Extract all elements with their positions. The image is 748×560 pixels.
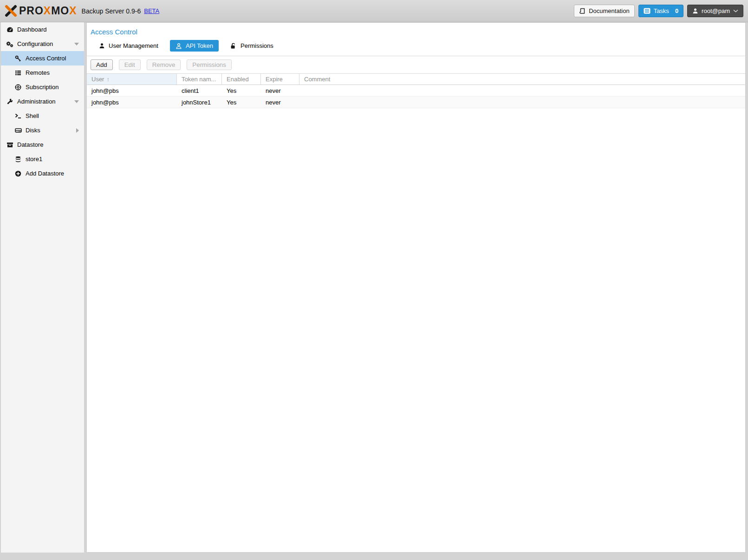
brand-part: X	[44, 5, 51, 17]
column-label: Expire	[266, 76, 283, 83]
cell-enabled: Yes	[222, 99, 261, 106]
documentation-button[interactable]: Documentation	[574, 5, 634, 17]
gauge-icon	[6, 26, 13, 33]
column-label: Comment	[304, 76, 330, 83]
tab-label: User Management	[109, 42, 158, 49]
database-icon	[14, 156, 22, 163]
sidebar-item-administration[interactable]: Administration	[1, 94, 84, 109]
chevron-down-icon	[733, 9, 738, 13]
user-outline-icon	[176, 43, 182, 49]
gears-icon	[6, 41, 13, 47]
cell-expire: never	[261, 87, 299, 94]
tasks-count-badge: 0	[675, 7, 678, 14]
tab-api-token[interactable]: API Token	[170, 40, 219, 52]
terminal-icon	[14, 113, 22, 119]
proxmox-x-icon	[5, 5, 17, 17]
tab-permissions[interactable]: Permissions	[225, 40, 279, 52]
tasks-label: Tasks	[654, 7, 669, 14]
brand-part: MO	[51, 5, 69, 17]
plus-circle-icon	[14, 170, 22, 177]
cell-expire: never	[261, 99, 299, 106]
chevron-down-icon[interactable]	[74, 100, 79, 103]
sidebar-item-label: Configuration	[17, 40, 53, 47]
sidebar-item-label: Subscription	[26, 84, 59, 91]
edit-button[interactable]: Edit	[119, 59, 141, 70]
user-icon	[99, 43, 105, 49]
chevron-right-icon[interactable]	[76, 128, 79, 133]
sidebar-item-label: Shell	[26, 112, 39, 119]
tab-bar: User Management API Token Permissions	[87, 38, 745, 56]
column-label: Token nam...	[182, 76, 216, 83]
table-row[interactable]: john@pbs client1 Yes never	[87, 85, 745, 97]
documentation-label: Documentation	[589, 7, 629, 14]
secondary-sort-icon	[216, 76, 217, 79]
app-header: PROXMOX Backup Server 0.9-6 BETA Documen…	[0, 0, 748, 22]
sidebar-item-datastore[interactable]: Datastore	[1, 137, 84, 152]
cell-token-name: client1	[177, 87, 222, 94]
sidebar-item-configuration[interactable]: Configuration	[1, 37, 84, 51]
tab-label: API Token	[186, 42, 213, 49]
proxmox-logo: PROXMOX	[5, 5, 77, 17]
permissions-button[interactable]: Permissions	[187, 59, 232, 70]
user-icon	[692, 8, 698, 14]
sidebar-item-disks[interactable]: Disks	[1, 123, 84, 137]
product-name: Backup Server 0.9-6	[82, 7, 141, 15]
key-icon	[14, 55, 22, 62]
column-header-user[interactable]: User ↑	[87, 74, 177, 85]
life-ring-icon	[14, 84, 22, 91]
sidebar: Dashboard	[1, 22, 84, 553]
sidebar-item-label: Dashboard	[17, 26, 47, 33]
column-header-enabled[interactable]: Enabled	[222, 74, 261, 85]
column-header-comment[interactable]: Comment	[299, 74, 745, 85]
brand-wordmark: PROXMOX	[19, 5, 77, 17]
add-button[interactable]: Add	[91, 59, 113, 70]
sidebar-item-label: Add Datastore	[26, 170, 64, 177]
sidebar-item-remotes[interactable]: Remotes	[1, 65, 84, 80]
sidebar-item-label: store1	[26, 156, 42, 163]
cell-user: john@pbs	[87, 87, 177, 94]
cell-token-name: johnStore1	[177, 99, 222, 106]
column-header-token-name[interactable]: Token nam...	[177, 74, 222, 85]
remove-button[interactable]: Remove	[147, 59, 181, 70]
chevron-down-icon[interactable]	[74, 43, 79, 46]
hdd-icon	[14, 127, 22, 133]
tab-label: Permissions	[241, 42, 273, 49]
sidebar-item-dashboard[interactable]: Dashboard	[1, 22, 84, 37]
sidebar-item-store1[interactable]: store1	[1, 152, 84, 166]
page-title: Access Control	[87, 23, 745, 38]
wrench-icon	[6, 98, 13, 105]
table-row[interactable]: john@pbs johnStore1 Yes never	[87, 97, 745, 108]
main-wrap: Dashboard	[0, 22, 748, 556]
table-header-row: User ↑ Token nam... Enabled Expire Comme…	[87, 73, 745, 85]
unlock-icon	[230, 43, 237, 49]
column-header-expire[interactable]: Expire	[261, 74, 299, 85]
content-panel: Access Control User Management API Token	[86, 22, 746, 553]
sidebar-item-access-control[interactable]: Access Control	[1, 51, 84, 65]
column-label: User	[91, 76, 104, 83]
cell-user: john@pbs	[87, 99, 177, 106]
archive-icon	[6, 142, 13, 148]
column-label: Enabled	[227, 76, 249, 83]
sidebar-item-label: Administration	[17, 98, 55, 105]
user-menu-button[interactable]: root@pam	[687, 5, 743, 17]
cell-enabled: Yes	[222, 87, 261, 94]
table-empty-area	[87, 108, 745, 552]
task-list-icon	[644, 8, 650, 14]
tasks-button[interactable]: Tasks 0	[638, 5, 683, 17]
sidebar-item-subscription[interactable]: Subscription	[1, 80, 84, 94]
sidebar-item-shell[interactable]: Shell	[1, 109, 84, 123]
book-icon	[579, 8, 585, 14]
sidebar-item-label: Access Control	[26, 55, 66, 62]
sidebar-item-label: Disks	[26, 127, 40, 134]
sidebar-item-label: Remotes	[26, 69, 50, 76]
brand-part: X	[69, 5, 77, 17]
sidebar-item-add-datastore[interactable]: Add Datastore	[1, 166, 84, 181]
tab-user-management[interactable]: User Management	[93, 40, 164, 52]
user-menu-label: root@pam	[702, 7, 730, 14]
toolbar: Add Edit Remove Permissions	[87, 56, 745, 73]
sidebar-item-label: Datastore	[17, 141, 43, 148]
beta-link[interactable]: BETA	[144, 7, 159, 14]
sort-ascending-icon: ↑	[106, 76, 110, 83]
brand-part: PRO	[19, 5, 44, 17]
list-icon	[14, 70, 22, 76]
